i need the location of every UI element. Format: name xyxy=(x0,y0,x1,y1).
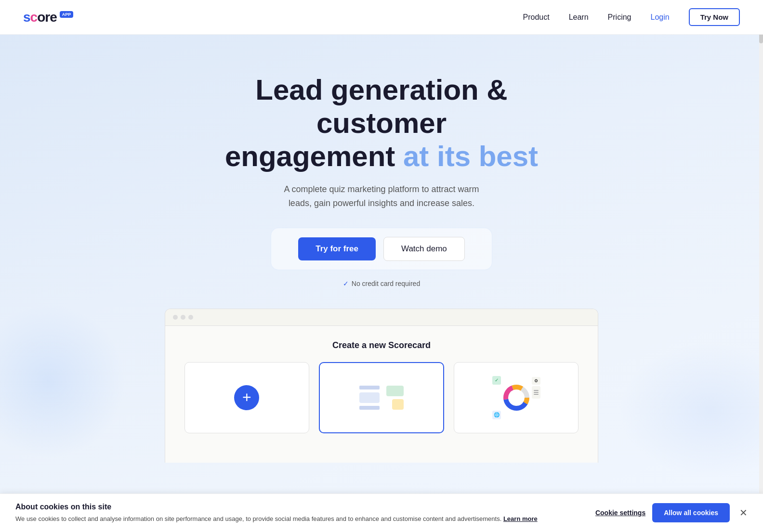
cookie-actions: Cookie settings Allow all cookies xyxy=(595,503,730,516)
scrollbar[interactable] xyxy=(759,0,763,516)
cookie-text-block: About cookies on this site We use cookie… xyxy=(15,503,586,517)
cookie-settings-button[interactable]: Cookie settings xyxy=(595,509,645,516)
chart-check-icon: ✓ xyxy=(492,376,501,385)
hero-title-line1: Lead generation & customer xyxy=(255,74,507,139)
chart-list-icon xyxy=(532,386,540,399)
hero-cta-group: Try for free Watch demo xyxy=(271,228,492,270)
nav-learn[interactable]: Learn xyxy=(569,13,589,22)
allow-all-cookies-button[interactable]: Allow all cookies xyxy=(652,503,730,516)
hero-title: Lead generation & customer engagement at… xyxy=(208,73,555,173)
logo[interactable]: score APP xyxy=(23,10,73,25)
browser-dot-1 xyxy=(173,315,178,320)
browser-mockup: Create a new Scorecard + xyxy=(165,309,598,463)
nav-links: Product Learn Pricing Login Try Now xyxy=(523,8,740,26)
logo-text: score xyxy=(23,10,57,25)
cookie-learn-more-link[interactable]: Learn more xyxy=(503,515,538,517)
hero-section: Lead generation & customer engagement at… xyxy=(0,35,763,516)
chart-globe-icon: 🌐 xyxy=(492,411,501,419)
scorecard-card-template[interactable] xyxy=(319,362,445,433)
browser-bar xyxy=(165,309,598,326)
browser-content: Create a new Scorecard + xyxy=(165,326,598,448)
hero-note: ✓ No credit card required xyxy=(10,280,753,287)
scorecard-card-chart[interactable]: ⚙ ✓ 🌐 xyxy=(454,362,579,433)
cookie-title: About cookies on this site xyxy=(15,503,586,511)
nav-pricing[interactable]: Pricing xyxy=(608,13,631,22)
cookie-banner: About cookies on this site We use cookie… xyxy=(0,493,763,517)
chart-settings-icon: ⚙ xyxy=(532,377,540,385)
hero-blob-right xyxy=(618,343,763,478)
logo-badge: APP xyxy=(60,11,74,18)
hero-blob-left xyxy=(0,304,125,458)
try-free-button[interactable]: Try for free xyxy=(298,237,376,260)
nav-login[interactable]: Login xyxy=(650,13,669,22)
hero-title-highlight: at its best xyxy=(403,140,538,172)
hero-subtitle: A complete quiz marketing platform to at… xyxy=(280,182,483,210)
nav-try-now-button[interactable]: Try Now xyxy=(689,8,740,26)
donut-chart-icon xyxy=(501,383,531,413)
check-icon: ✓ xyxy=(343,280,349,287)
cookie-body: We use cookies to collect and analyse in… xyxy=(15,514,586,517)
hero-title-line2: engagement xyxy=(225,140,403,172)
card-template-icons xyxy=(359,386,404,410)
scorecard-card-blank[interactable]: + xyxy=(184,362,309,433)
browser-dot-2 xyxy=(181,315,185,320)
watch-demo-button[interactable]: Watch demo xyxy=(383,237,465,261)
browser-dot-3 xyxy=(188,315,193,320)
cookie-close-button[interactable]: ✕ xyxy=(739,507,748,516)
create-scorecard-title: Create a new Scorecard xyxy=(184,340,579,350)
navbar: score APP Product Learn Pricing Login Tr… xyxy=(0,0,763,35)
hero-note-text: No credit card required xyxy=(352,280,420,287)
nav-product[interactable]: Product xyxy=(523,13,550,22)
add-scorecard-icon: + xyxy=(234,385,259,410)
scorecard-cards: + xyxy=(184,362,579,433)
